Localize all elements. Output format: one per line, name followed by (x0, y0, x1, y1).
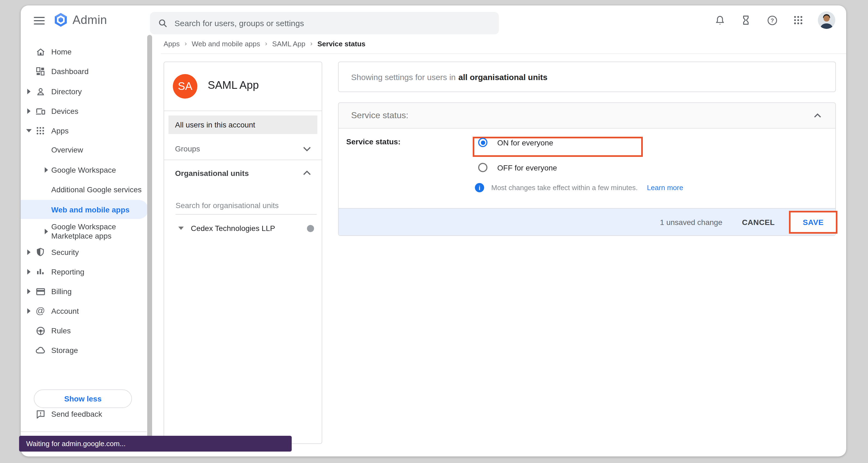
org-unit-search-underline (176, 214, 317, 214)
expand-right-icon[interactable] (26, 289, 32, 294)
sidebar-nav: Home Dashboard (21, 35, 148, 457)
radio-on-for-everyone[interactable]: ON for everyone (473, 133, 557, 152)
search-icon (158, 18, 168, 28)
service-status-radio-group: ON for everyone OFF for everyone (473, 133, 557, 177)
sidebar-item-account[interactable]: @ Account (21, 301, 148, 321)
learn-more-link[interactable]: Learn more (647, 184, 683, 192)
tasks-hourglass-icon[interactable] (739, 13, 752, 27)
expand-right-icon[interactable] (26, 269, 32, 274)
admin-console: Admin Search for users, groups or settin… (0, 0, 868, 463)
status-bar-text: Waiting for admin.google.com... (26, 439, 126, 448)
sidebar-divider (21, 431, 147, 432)
user-avatar[interactable] (818, 11, 835, 29)
shield-icon (35, 247, 46, 258)
expand-right-icon[interactable] (26, 308, 32, 314)
sidebar-item-reporting[interactable]: Reporting (21, 262, 148, 282)
sidebar-item-devices[interactable]: Devices (21, 101, 148, 121)
svg-text:?: ? (770, 17, 774, 23)
radio-off-for-everyone[interactable]: OFF for everyone (473, 158, 557, 177)
expand-right-icon[interactable] (43, 229, 49, 234)
breadcrumb-saml-app[interactable]: SAML App (272, 39, 305, 48)
admin-logo-icon (54, 12, 68, 27)
info-text: Most changes take effect within a few mi… (491, 184, 638, 192)
app-title: SAML App (208, 79, 259, 92)
org-units-section-toggle[interactable]: Organisational units (164, 161, 322, 185)
sidebar-item-overview[interactable]: Overview (21, 140, 148, 160)
help-icon[interactable]: ? (766, 13, 779, 27)
sidebar-item-label: Storage (51, 346, 78, 355)
product-name: Admin (72, 13, 107, 27)
feedback-icon (35, 408, 46, 420)
sidebar-item-billing[interactable]: Billing (21, 282, 148, 301)
unsaved-count-text: 1 unsaved change (660, 218, 722, 226)
global-search-input[interactable]: Search for users, groups or settings (150, 12, 499, 34)
scope-note-strong: all organisational units (459, 72, 548, 81)
sidebar-item-google-workspace[interactable]: Google Workspace (21, 160, 148, 180)
org-unit-root-item[interactable]: Cedex Technologies LLP (164, 219, 322, 237)
brand[interactable]: Admin (54, 12, 107, 27)
sidebar-item-home[interactable]: Home (21, 42, 148, 62)
sidebar-item-storage[interactable]: Storage (21, 340, 148, 360)
tree-expand-icon[interactable] (178, 227, 184, 230)
org-unit-search-input[interactable]: Search for organisational units (176, 201, 279, 210)
bar-chart-icon (35, 266, 46, 277)
breadcrumb-web-mobile-apps[interactable]: Web and mobile apps (192, 39, 260, 48)
breadcrumb-current: Service status (317, 39, 365, 48)
sidebar-item-additional-google-services[interactable]: Additional Google services (21, 180, 148, 199)
section-title: Service status: (351, 110, 408, 121)
sidebar-item-label: Account (51, 307, 79, 316)
expand-right-icon[interactable] (26, 89, 32, 94)
notifications-bell-icon[interactable] (713, 13, 726, 27)
service-status-card: Service status: Service status: ON for e… (338, 102, 836, 236)
sidebar-item-security[interactable]: Security (21, 242, 148, 262)
radio-unselected-icon[interactable] (478, 163, 488, 172)
expand-right-icon[interactable] (43, 167, 49, 173)
sidebar-item-label: Billing (51, 287, 72, 296)
service-status-section-header[interactable]: Service status: (339, 103, 835, 129)
radio-selected-icon[interactable] (478, 138, 488, 147)
sidebar-item-web-and-mobile-apps[interactable]: Web and mobile apps (21, 200, 148, 219)
expand-right-icon[interactable] (26, 250, 32, 255)
unsaved-changes-bar: 1 unsaved change CANCEL SAVE (339, 208, 835, 235)
save-button-annotation-box: SAVE (789, 210, 837, 233)
chevron-down-icon (303, 146, 311, 151)
steering-wheel-icon (35, 325, 46, 336)
app-avatar: SA (173, 74, 197, 99)
search-placeholder: Search for users, groups or settings (175, 19, 304, 28)
breadcrumb-apps[interactable]: Apps (163, 39, 180, 48)
credit-card-icon (35, 286, 46, 297)
collapse-down-icon[interactable] (26, 129, 32, 132)
sidebar-scrollbar[interactable] (147, 35, 152, 441)
sidebar-item-label: Reporting (51, 267, 84, 276)
sidebar-item-apps[interactable]: Apps (21, 121, 148, 140)
cloud-icon (35, 345, 46, 356)
save-button[interactable]: SAVE (803, 218, 824, 226)
expand-right-icon[interactable] (26, 108, 32, 114)
sidebar-item-directory[interactable]: Directory (21, 82, 148, 101)
all-users-scope-item[interactable]: All users in this account (168, 115, 317, 134)
send-feedback-label: Send feedback (51, 409, 102, 418)
home-icon (35, 46, 46, 57)
cancel-button[interactable]: CANCEL (737, 213, 780, 231)
menu-icon[interactable] (34, 15, 45, 26)
apps-grid-icon[interactable] (792, 13, 805, 27)
sidebar-item-label: Devices (51, 107, 79, 115)
info-icon: i (475, 183, 484, 192)
scope-note-prefix: Showing settings for users in (351, 72, 456, 81)
sidebar-item-label: Dashboard (51, 67, 89, 76)
breadcrumb-separator-icon: › (265, 40, 267, 47)
sidebar-item-gw-marketplace-apps[interactable]: Google Workspace Marketplace apps (21, 220, 148, 243)
send-feedback-button[interactable]: Send feedback (21, 404, 148, 424)
sidebar-subitem-label: Web and mobile apps (51, 205, 129, 214)
app-window: Admin Search for users, groups or settin… (21, 5, 846, 457)
scope-note-card: Showing settings for users in all organi… (338, 62, 836, 92)
sidebar-item-dashboard[interactable]: Dashboard (21, 62, 148, 81)
breadcrumb: Apps › Web and mobile apps › SAML App › … (163, 36, 366, 51)
groups-section-toggle[interactable]: Groups (164, 138, 322, 160)
top-bar: Admin Search for users, groups or settin… (21, 5, 846, 35)
sidebar-item-label: Directory (51, 87, 82, 96)
org-unit-overflow-dot-icon[interactable] (307, 225, 314, 232)
sidebar-item-label: Home (51, 47, 72, 56)
sidebar-item-rules[interactable]: Rules (21, 321, 148, 340)
collapse-chevron-up-icon[interactable] (814, 113, 821, 118)
